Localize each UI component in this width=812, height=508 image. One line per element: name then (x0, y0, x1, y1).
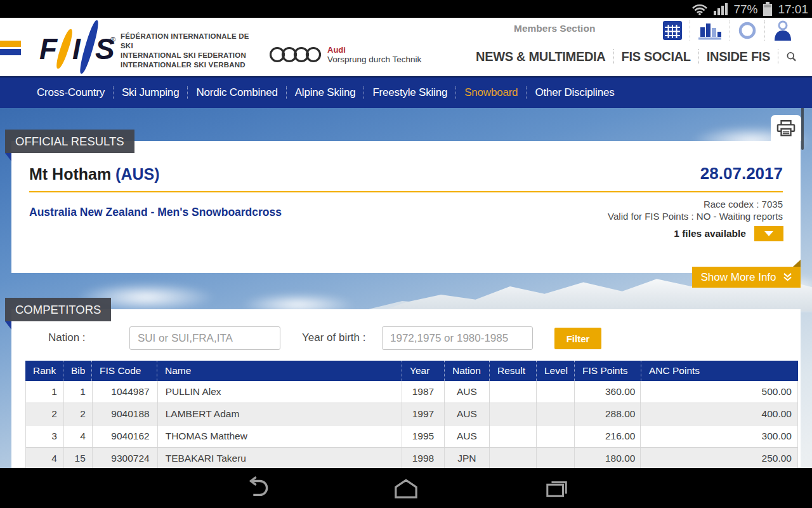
nation-filter-input[interactable] (129, 326, 280, 350)
scrollbar-thumb[interactable] (801, 105, 804, 150)
header-cell: ANC Points (641, 361, 798, 381)
cell (536, 403, 574, 425)
double-chevron-down-icon (783, 272, 792, 282)
cell (489, 425, 536, 447)
header-cell: Rank (25, 361, 63, 381)
cell: 300.00 (640, 425, 797, 447)
cell: 15 (63, 448, 92, 469)
header-cell: Name (157, 361, 402, 381)
ring-icon[interactable] (737, 20, 757, 41)
header-cell: Result (489, 361, 536, 381)
nav-item-snowboard[interactable]: Snowboard (456, 86, 526, 99)
cell: 250.00 (640, 448, 797, 469)
fis-logo-letter: I (72, 32, 81, 66)
nav-item-ski-jumping[interactable]: Ski Jumping (114, 86, 187, 99)
files-row: 1 files available (674, 226, 783, 241)
android-recents-button[interactable] (542, 474, 572, 501)
fis-logo[interactable]: F I S ® (39, 20, 115, 75)
menu-item-news-multimedia[interactable]: NEWS & MULTIMEDIA (476, 50, 606, 64)
fis-logo-letter: F (39, 32, 57, 66)
header-cell: FIS Points (574, 361, 641, 381)
cell: 1998 (402, 448, 444, 469)
cell: LAMBERT Adam (157, 403, 402, 425)
table-row[interactable]: 349040162THOMAS Matthew1995AUS216.00300.… (25, 425, 798, 448)
cell (489, 448, 536, 469)
calendar-icon[interactable] (662, 20, 683, 41)
header-cell: Level (536, 361, 574, 381)
divider (698, 49, 699, 64)
disciplines-nav: Cross-CountrySki JumpingNordic CombinedA… (0, 76, 812, 108)
cell: 9040188 (92, 403, 157, 425)
audi-sponsor-logo[interactable]: Audi Vorsprung durch Technik (270, 42, 428, 67)
cell: TEBAKARI Takeru (157, 448, 402, 469)
nav-item-other-disciplines[interactable]: Other Disciplines (527, 86, 622, 99)
registered-mark: ® (110, 36, 115, 43)
divider (613, 49, 614, 64)
print-tab[interactable] (771, 115, 801, 141)
recents-icon (542, 476, 572, 500)
cell: 1 (63, 381, 92, 403)
cell: 1044987 (92, 381, 157, 403)
audi-slogan: Vorsprung durch Technik (327, 55, 421, 65)
table-row[interactable]: 111044987PULLIN Alex1987AUS360.00500.00 (25, 381, 798, 403)
cell: 4 (26, 448, 63, 469)
official-results-badge: OFFICIAL RESULTS (5, 130, 134, 153)
venue-nation: (AUS) (115, 165, 159, 183)
competitors-table: RankBibFIS CodeNameYearNationResultLevel… (25, 361, 798, 470)
header-cell: Year (402, 361, 444, 381)
table-row[interactable]: 229040188LAMBERT Adam1997AUS288.00400.00 (25, 403, 798, 425)
cell (489, 403, 536, 425)
cell: 500.00 (640, 381, 797, 403)
cell: 288.00 (574, 403, 641, 425)
show-more-info-button[interactable]: Show More Info (692, 267, 801, 288)
printer-icon (776, 119, 796, 137)
cell: 180.00 (574, 448, 641, 469)
race-date: 28.07.2017 (700, 164, 783, 184)
cell (536, 425, 574, 447)
search-icon[interactable] (786, 48, 797, 65)
cell: 1995 (402, 425, 444, 447)
members-section-link[interactable]: Members Section (514, 23, 595, 34)
cell (536, 448, 574, 469)
nav-item-nordic-combined[interactable]: Nordic Combined (188, 86, 285, 99)
divider (764, 20, 765, 41)
menu-item-fis-social[interactable]: FIS SOCIAL (622, 50, 691, 64)
cell: 9300724 (92, 448, 157, 469)
cell: 2 (63, 403, 92, 425)
files-available-label: 1 files available (674, 228, 746, 239)
table-row[interactable]: 4159300724TEBAKARI Takeru1998JPN180.0025… (25, 448, 798, 470)
battery-percent: 77% (733, 3, 757, 15)
cell: 2 (26, 403, 63, 425)
clock: 17:01 (778, 3, 808, 15)
venue-name: Mt Hotham (29, 165, 111, 183)
year-of-birth-filter-input[interactable] (382, 326, 533, 350)
event-title[interactable]: Australia New Zealand - Men's Snowboardc… (29, 206, 282, 219)
cell: THOMAS Matthew (157, 425, 402, 447)
android-home-button[interactable] (391, 474, 421, 501)
divider-rule (29, 191, 783, 192)
race-meta: Race codex : 7035 Valid for FIS Points :… (608, 199, 783, 222)
filter-button[interactable]: Filter (554, 328, 601, 349)
venue-title: Mt Hotham (AUS) (29, 165, 160, 184)
android-back-button[interactable] (242, 474, 272, 501)
user-profile-icon[interactable] (772, 20, 794, 41)
cell: JPN (444, 448, 489, 469)
files-dropdown-button[interactable] (754, 226, 783, 241)
site-header: F I S ® FÉDÉRATION INTERNATIONALE DE SKI… (0, 18, 812, 76)
audi-wordmark: Audi (327, 45, 421, 55)
back-icon (242, 476, 272, 500)
menu-item-inside-fis[interactable]: INSIDE FIS (707, 50, 770, 64)
nav-item-cross-country[interactable]: Cross-Country (29, 86, 113, 99)
android-status-bar: 77% 17:01 (0, 0, 812, 18)
bar-chart-icon[interactable] (697, 20, 723, 41)
cell: 216.00 (574, 425, 641, 447)
cell (489, 381, 536, 403)
cell: AUS (444, 381, 489, 403)
nav-item-freestyle-skiing[interactable]: Freestyle Skiing (364, 86, 455, 99)
battery-icon (763, 2, 772, 16)
cell: 1987 (402, 381, 444, 403)
nav-item-alpine-skiing[interactable]: Alpine Skiing (287, 86, 364, 99)
divider (730, 20, 730, 41)
caret-down-icon (764, 231, 773, 236)
cell: 4 (63, 425, 92, 447)
